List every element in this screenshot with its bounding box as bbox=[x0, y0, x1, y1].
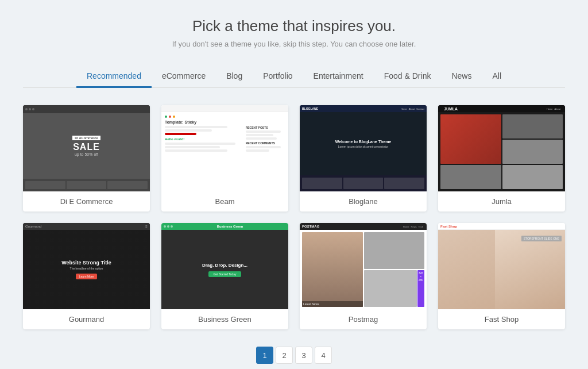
pagination: 1234 bbox=[23, 347, 565, 364]
theme-name-gourmand: Gourmand bbox=[23, 309, 150, 329]
page-btn-2[interactable]: 2 bbox=[276, 347, 293, 364]
tab-all[interactable]: All bbox=[482, 66, 512, 88]
theme-name-business-green: Business Green bbox=[161, 309, 288, 329]
theme-name-bloglane: Bloglane bbox=[300, 191, 427, 212]
page-title: Pick a theme that inspires you. bbox=[23, 17, 565, 35]
tab-news[interactable]: News bbox=[441, 66, 482, 88]
theme-card-postmag[interactable]: POSTMAG Home News Tech Latest News bbox=[300, 223, 427, 329]
theme-card-beam[interactable]: Template: Sticky Hello world! RE bbox=[161, 105, 288, 212]
theme-card-gourmand[interactable]: Gourmand ☰ Website Strong Title The head… bbox=[23, 223, 150, 329]
page-btn-1[interactable]: 1 bbox=[256, 347, 273, 364]
theme-card-di-ecommerce[interactable]: DI eCommerce SALE up to 50% off Di E Com… bbox=[23, 105, 150, 212]
tab-ecommerce[interactable]: eCommerce bbox=[152, 66, 216, 88]
tab-recommended[interactable]: Recommended bbox=[76, 66, 152, 88]
theme-name-di-ecommerce: Di E Commerce bbox=[23, 191, 150, 212]
tab-entertainment[interactable]: Entertainment bbox=[303, 66, 374, 88]
theme-name-beam: Beam bbox=[161, 191, 288, 212]
page-subtitle: If you don't see a theme you like, skip … bbox=[23, 40, 565, 48]
theme-card-fast-shop[interactable]: Fast Shop STOREFRONT SLIDE ONE Fast Shop bbox=[438, 223, 565, 329]
page-header: Pick a theme that inspires you. If you d… bbox=[23, 17, 565, 48]
themes-grid: DI eCommerce SALE up to 50% off Di E Com… bbox=[23, 105, 565, 329]
theme-name-fast-shop: Fast Shop bbox=[438, 309, 565, 329]
theme-tabs: RecommendedeCommerceBlogPortfolioEnterta… bbox=[23, 66, 565, 88]
theme-card-jumla[interactable]: JUMLA Home About Jumla bbox=[438, 105, 565, 212]
page-btn-4[interactable]: 4 bbox=[315, 347, 332, 364]
theme-card-bloglane[interactable]: BLOGLANE Home About Contact Welcome to B… bbox=[300, 105, 427, 212]
tab-portfolio[interactable]: Portfolio bbox=[253, 66, 303, 88]
theme-name-jumla: Jumla bbox=[438, 191, 565, 212]
tab-food-drink[interactable]: Food & Drink bbox=[374, 66, 442, 88]
theme-card-business-green[interactable]: Business Green Drag. Drop. Design... Get… bbox=[161, 223, 288, 329]
tab-blog[interactable]: Blog bbox=[216, 66, 253, 88]
page-wrapper: Pick a theme that inspires you. If you d… bbox=[0, 0, 588, 369]
page-btn-3[interactable]: 3 bbox=[295, 347, 312, 364]
theme-name-postmag: Postmag bbox=[300, 309, 427, 329]
